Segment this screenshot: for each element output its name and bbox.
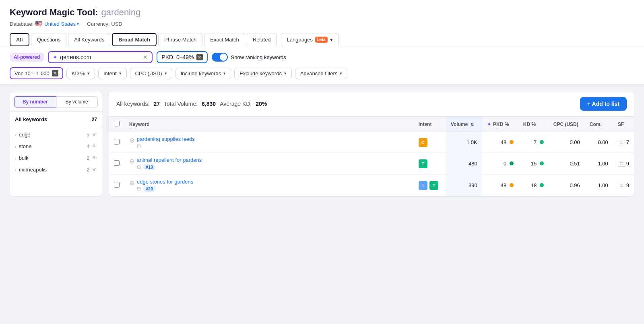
col-kd-header: KD %: [523, 122, 536, 127]
com-value-1: 0.00: [598, 139, 608, 145]
col-volume-header: Volume: [451, 122, 468, 127]
row-2-checkbox[interactable]: [114, 160, 120, 166]
save-keyword-3-icon[interactable]: ⊟: [137, 186, 141, 192]
sidebar-expand-minneapolis-icon: ›: [15, 167, 17, 172]
domain-input-wrap[interactable]: ✦ ✕: [48, 51, 153, 63]
tab-exact-match[interactable]: Exact Match: [204, 33, 245, 46]
exclude-label: Exclude keywords: [239, 70, 282, 76]
pkd-clear-button[interactable]: ✕: [196, 54, 203, 60]
keyword-link-1[interactable]: gardening supplies leeds: [137, 136, 195, 142]
avg-kd-label: Average KD:: [220, 101, 252, 107]
sidebar-item-minneapolis[interactable]: › minneapolis 2 👁: [10, 164, 102, 175]
page-title-black: Keyword Magic Tool:: [10, 7, 98, 18]
vol-filter-chip[interactable]: Vol: 101–1,000 ✕: [10, 67, 63, 79]
sidebar-count-stone: 4: [87, 144, 89, 149]
sf-value-2: 9: [626, 161, 629, 167]
table-row: ⊕ gardening supplies leeds ⊟ C: [109, 132, 634, 153]
sidebar-all-label: All keywords: [15, 116, 89, 122]
advanced-filters-dropdown[interactable]: Advanced filters ▾: [295, 68, 348, 79]
ai-powered-badge: AI-powered: [10, 53, 44, 62]
select-all-checkbox[interactable]: [114, 121, 120, 126]
sidebar-item-bulk[interactable]: › bulk 2 👁: [10, 152, 102, 164]
database-chevron-icon: ▾: [77, 22, 79, 26]
save-keyword-2-icon[interactable]: ⊟: [137, 164, 141, 170]
table-row: ⊕ animal repellent for gardens ⊟ #10: [109, 153, 634, 175]
languages-chevron-icon: ▾: [330, 37, 333, 43]
kd-value-1: 7: [534, 139, 537, 145]
tab-broad-match[interactable]: Broad Match: [112, 33, 157, 46]
sort-by-number-button[interactable]: By number: [14, 96, 56, 107]
add-to-list-button[interactable]: + Add to list: [580, 97, 627, 111]
pkd-dot-3: [510, 183, 514, 187]
serp-icon-2[interactable]: ⧠: [618, 161, 625, 167]
save-keyword-1-icon[interactable]: ⊟: [137, 143, 141, 149]
com-value-2: 1.00: [598, 161, 608, 167]
kd-dropdown[interactable]: KD % ▾: [66, 68, 95, 79]
kd-label: KD %: [72, 70, 85, 76]
include-label: Include keywords: [181, 70, 221, 76]
col-com-header: Com.: [590, 122, 602, 127]
all-keywords-stat-label: All keywords:: [116, 101, 149, 107]
cpc-value-1: 0.00: [570, 139, 580, 145]
kd-value-3: 18: [531, 182, 537, 188]
tab-phrase-match[interactable]: Phrase Match: [158, 33, 202, 46]
sidebar-eye-stone-icon[interactable]: 👁: [92, 143, 97, 149]
add-keyword-3-icon[interactable]: ⊕: [129, 179, 134, 187]
pkd-dot-2: [510, 161, 514, 165]
sidebar-eye-minneapolis-icon[interactable]: 👁: [92, 167, 97, 173]
col-sf-header: SF: [618, 122, 624, 127]
intent-badge-2: T: [419, 159, 427, 168]
sort-by-volume-button[interactable]: By volume: [56, 96, 98, 107]
exclude-keywords-dropdown[interactable]: Exclude keywords ▾: [234, 68, 292, 79]
show-ranking-label: Show ranking keywords: [231, 54, 286, 60]
domain-clear-button[interactable]: ✕: [143, 54, 148, 60]
add-keyword-2-icon[interactable]: ⊕: [129, 157, 134, 165]
tab-all-keywords[interactable]: All Keywords: [68, 33, 110, 46]
intent-label: Intent: [103, 70, 117, 76]
show-ranking-toggle-wrap: Show ranking keywords: [212, 53, 286, 62]
row-3-checkbox[interactable]: [114, 182, 120, 188]
row-1-checkbox[interactable]: [114, 139, 120, 144]
cpc-value-2: 0.51: [570, 161, 580, 167]
keyword-cell-3: ⊕ edge stones for gardens ⊟ #20: [129, 179, 409, 192]
keyword-cell-1: ⊕ gardening supplies leeds ⊟: [129, 136, 409, 149]
sidebar-count-minneapolis: 2: [87, 167, 89, 173]
sidebar-item-edge[interactable]: › edge 5 👁: [10, 129, 102, 140]
sidebar-all-keywords[interactable]: All keywords 27: [10, 114, 102, 125]
tab-related[interactable]: Related: [247, 33, 277, 46]
tab-questions[interactable]: Questions: [31, 33, 67, 46]
page-title-gray: gardening: [101, 7, 141, 18]
cpc-chevron-icon: ▾: [165, 71, 167, 76]
pkd-value-2: 0: [504, 161, 506, 167]
sidebar-divider: [10, 111, 102, 112]
volume-3: 390: [469, 182, 477, 188]
sidebar-eye-bulk-icon[interactable]: 👁: [92, 155, 97, 161]
tabs-row: All Questions All Keywords Broad Match P…: [10, 33, 634, 46]
domain-input[interactable]: [60, 54, 140, 60]
sidebar-label-stone: stone: [19, 143, 85, 149]
pkd-filter[interactable]: PKD: 0–49% ✕: [157, 51, 207, 63]
serp-icon-1[interactable]: ⧠: [618, 140, 625, 145]
volume-sort-icon: ⇅: [471, 122, 474, 127]
add-keyword-1-icon[interactable]: ⊕: [129, 136, 134, 144]
tab-all[interactable]: All: [10, 33, 29, 46]
sparkle-icon: ✦: [53, 54, 58, 60]
intent-dropdown[interactable]: Intent ▾: [98, 68, 127, 79]
keyword-link-2[interactable]: animal repellent for gardens: [137, 157, 202, 163]
include-keywords-dropdown[interactable]: Include keywords ▾: [175, 68, 231, 79]
serp-icon-3[interactable]: ⧠: [618, 183, 625, 188]
advanced-chevron-icon: ▾: [340, 71, 342, 76]
database-link[interactable]: United States ▾: [44, 21, 79, 27]
cpc-dropdown[interactable]: CPC (USD) ▾: [130, 68, 172, 79]
keyword-link-3[interactable]: edge stones for gardens: [137, 179, 193, 185]
total-volume-label: Total Volume:: [164, 101, 198, 107]
table-section: All keywords: 27 Total Volume: 6,830 Ave…: [109, 91, 634, 197]
sidebar-eye-edge-icon[interactable]: 👁: [92, 132, 97, 138]
col-cpc-header: CPC (USD): [553, 122, 578, 127]
sidebar-label-minneapolis: minneapolis: [19, 167, 85, 173]
vol-clear-button[interactable]: ✕: [52, 70, 58, 76]
sidebar-item-stone[interactable]: › stone 4 👁: [10, 140, 102, 152]
show-ranking-toggle[interactable]: [212, 53, 228, 62]
tab-languages[interactable]: Languages beta ▾: [281, 33, 339, 46]
sidebar-expand-edge-icon: ›: [15, 132, 17, 137]
